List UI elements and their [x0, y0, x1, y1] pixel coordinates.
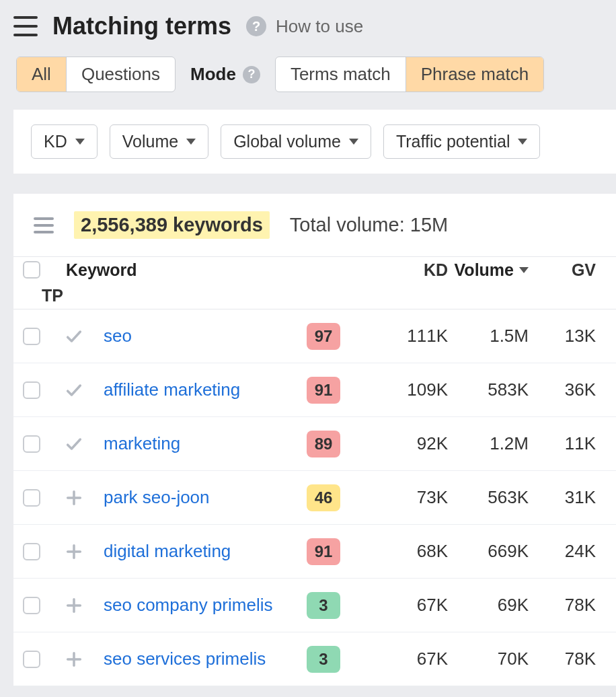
- filter-global-volume[interactable]: Global volume: [221, 124, 371, 159]
- plus-icon[interactable]: [63, 541, 85, 562]
- volume-cell: 109K: [340, 379, 448, 400]
- volume-cell: 73K: [340, 487, 448, 508]
- row-checkbox[interactable]: [23, 651, 40, 668]
- kd-badge: 89: [307, 431, 340, 457]
- table-row: digital marketing9168K669K24K: [13, 525, 616, 579]
- keyword-link[interactable]: park seo-joon: [104, 487, 210, 507]
- row-checkbox[interactable]: [23, 435, 40, 453]
- gv-cell: 1.2M: [448, 433, 529, 454]
- gv-cell: 583K: [448, 379, 529, 400]
- row-checkbox[interactable]: [23, 489, 40, 507]
- tp-cell: 24K: [529, 541, 596, 562]
- how-to-use-label: How to use: [276, 16, 363, 37]
- volume-cell: 92K: [340, 433, 448, 454]
- kd-badge: 91: [307, 377, 340, 404]
- gv-cell: 69K: [448, 595, 529, 616]
- chevron-down-icon: [75, 139, 85, 145]
- tp-cell: 13K: [529, 326, 596, 346]
- summary-bar: 2,556,389 keywords Total volume: 15M: [13, 194, 616, 256]
- gv-cell: 1.5M: [448, 326, 529, 346]
- plus-icon[interactable]: [63, 595, 85, 616]
- gv-cell: 70K: [448, 649, 529, 669]
- match-type-segment: Terms matchPhrase match: [275, 57, 544, 92]
- tp-cell: 11K: [529, 433, 596, 454]
- keyword-type-segment: AllQuestions: [16, 57, 176, 92]
- keyword-link[interactable]: seo company primelis: [104, 595, 272, 615]
- table-row: seo97111K1.5M13K: [13, 309, 616, 363]
- volume-cell: 67K: [340, 595, 448, 616]
- kd-badge: 3: [307, 646, 340, 673]
- tab-terms-match[interactable]: Terms match: [276, 57, 406, 91]
- help-icon[interactable]: ?: [243, 66, 260, 83]
- tp-cell: 36K: [529, 379, 596, 400]
- keywords-table: Keyword KD Volume GV TP seo97111K1.5M13K…: [13, 256, 616, 686]
- volume-cell: 67K: [340, 649, 448, 669]
- check-icon: [63, 433, 85, 455]
- keyword-link[interactable]: marketing: [104, 433, 180, 453]
- filter-volume[interactable]: Volume: [110, 124, 208, 159]
- volume-cell: 111K: [340, 326, 448, 346]
- col-volume[interactable]: Volume: [448, 260, 529, 280]
- how-to-use[interactable]: ? How to use: [246, 16, 363, 37]
- filter-kd[interactable]: KD: [31, 124, 98, 159]
- kd-badge: 46: [307, 484, 340, 511]
- tab-all[interactable]: All: [17, 57, 66, 91]
- table-row: marketing8992K1.2M11K: [13, 417, 616, 471]
- menu-icon[interactable]: [13, 16, 38, 36]
- col-tp[interactable]: TP: [23, 286, 63, 305]
- plus-icon[interactable]: [63, 487, 85, 509]
- chevron-down-icon: [518, 139, 527, 145]
- table-row: seo services primelis367K70K78K: [13, 632, 616, 686]
- keyword-link[interactable]: seo: [104, 326, 132, 346]
- filter-traffic-potential[interactable]: Traffic potential: [383, 124, 541, 159]
- chevron-down-icon: [349, 139, 358, 145]
- tp-cell: 78K: [529, 595, 596, 616]
- check-icon: [63, 326, 85, 347]
- help-icon: ?: [246, 16, 266, 36]
- row-checkbox[interactable]: [23, 543, 40, 560]
- col-kd[interactable]: KD: [340, 260, 448, 280]
- kd-badge: 3: [307, 592, 340, 619]
- tp-cell: 31K: [529, 487, 596, 508]
- gv-cell: 669K: [448, 541, 529, 562]
- select-all-checkbox[interactable]: [23, 261, 40, 279]
- filters-panel: KDVolumeGlobal volumeTraffic potential: [13, 110, 616, 174]
- volume-cell: 68K: [340, 541, 448, 562]
- density-icon[interactable]: [34, 217, 54, 233]
- row-checkbox[interactable]: [23, 597, 40, 614]
- col-keyword[interactable]: Keyword: [63, 260, 280, 280]
- mode-label: Mode ?: [190, 64, 260, 85]
- tab-phrase-match[interactable]: Phrase match: [406, 57, 543, 91]
- table-row: park seo-joon4673K563K31K: [13, 471, 616, 525]
- page-title: Matching terms: [52, 12, 231, 40]
- row-checkbox[interactable]: [23, 381, 40, 399]
- table-row: affiliate marketing91109K583K36K: [13, 363, 616, 417]
- gv-cell: 563K: [448, 487, 529, 508]
- keyword-link[interactable]: affiliate marketing: [104, 379, 240, 400]
- tab-questions[interactable]: Questions: [66, 57, 175, 91]
- keyword-link[interactable]: digital marketing: [104, 541, 231, 561]
- keywords-count: 2,556,389 keywords: [74, 211, 270, 239]
- tp-cell: 78K: [529, 649, 596, 669]
- kd-badge: 91: [307, 538, 340, 565]
- plus-icon[interactable]: [63, 649, 85, 670]
- total-volume: Total volume: 15M: [290, 214, 448, 236]
- col-gv[interactable]: GV: [529, 260, 596, 280]
- keyword-link[interactable]: seo services primelis: [104, 649, 266, 669]
- row-checkbox[interactable]: [23, 328, 40, 345]
- table-row: seo company primelis367K69K78K: [13, 579, 616, 632]
- table-header: Keyword KD Volume GV TP: [13, 257, 616, 309]
- chevron-down-icon: [186, 139, 196, 145]
- kd-badge: 97: [307, 323, 340, 350]
- sort-desc-icon: [519, 267, 529, 273]
- check-icon: [63, 379, 85, 401]
